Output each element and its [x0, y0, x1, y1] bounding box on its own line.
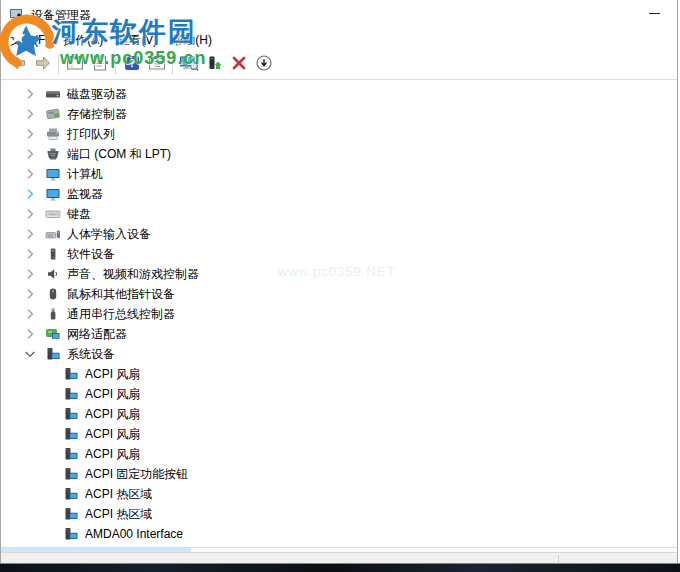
window-title: 设备管理器 [31, 7, 91, 24]
toolbar-separator [58, 55, 59, 75]
help-button[interactable]: ? [120, 53, 143, 77]
tree-item[interactable]: ACPI 风扇 [1, 384, 677, 404]
tree-item[interactable]: 计算机 [1, 164, 677, 184]
show-console-tree-button[interactable] [63, 53, 86, 77]
tree-item[interactable]: ACPI 热区域 [1, 484, 677, 504]
tree-item[interactable]: 人体学输入设备 [1, 224, 677, 244]
menu-item-file[interactable]: 文件(F) [3, 30, 56, 51]
chevron-icon[interactable] [23, 127, 37, 141]
tree-item-label: 计算机 [67, 166, 103, 183]
disk-icon [45, 86, 61, 102]
chevron-icon[interactable] [23, 327, 37, 341]
chevron-icon[interactable] [23, 307, 37, 321]
minimize-button[interactable] [632, 0, 677, 30]
system-icon [63, 366, 79, 382]
tree-item-label: 端口 (COM 和 LPT) [67, 146, 171, 163]
properties-icon [91, 54, 109, 76]
chevron-icon[interactable] [23, 107, 37, 121]
forward-button[interactable] [31, 53, 54, 77]
usb-icon [45, 306, 61, 322]
tree-item[interactable]: ACPI 风扇 [1, 424, 677, 444]
system-icon [63, 406, 79, 422]
system-icon [63, 466, 79, 482]
device-manager-app-icon [9, 7, 25, 23]
hid-icon [45, 226, 61, 242]
chevron-icon[interactable] [23, 267, 37, 281]
chevron-icon[interactable] [23, 287, 37, 301]
uninstall-icon [230, 54, 248, 76]
tree-item[interactable]: AMDA00 Interface [1, 524, 677, 544]
tree-item[interactable]: 磁盘驱动器 [1, 84, 677, 104]
network-icon [45, 326, 61, 342]
tree-item[interactable]: ACPI 风扇 [1, 444, 677, 464]
system-icon [63, 486, 79, 502]
tree-item-label: ACPI 风扇 [85, 406, 140, 423]
disable-device-icon [255, 54, 273, 76]
system-icon [63, 526, 79, 542]
menu-item-action[interactable]: 操作(A) [56, 30, 110, 51]
tree-item[interactable]: ACPI 热区域 [1, 504, 677, 524]
desktop-strip [0, 563, 680, 572]
tree-item-label: ACPI 热区域 [85, 506, 152, 523]
toolbar: ? [1, 50, 677, 80]
tree-item[interactable]: 鼠标和其他指针设备 [1, 284, 677, 304]
tree-item-label: 磁盘驱动器 [67, 86, 127, 103]
tree-item-label: 声音、视频和游戏控制器 [67, 266, 199, 283]
chevron-icon[interactable] [23, 167, 37, 181]
update-driver-button[interactable] [202, 53, 225, 77]
tree-item-label: ACPI 固定功能按钮 [85, 466, 188, 483]
back-arrow-icon [9, 54, 27, 76]
tree-item[interactable]: ACPI 风扇 [1, 404, 677, 424]
title-bar[interactable]: 设备管理器 [1, 0, 677, 30]
tree-item[interactable]: 软件设备 [1, 244, 677, 264]
mouse-icon [45, 286, 61, 302]
tree-item[interactable]: 监视器 [1, 184, 677, 204]
tree-panel-icon [148, 54, 166, 76]
tree-item-label: 存储控制器 [67, 106, 127, 123]
tree-item-label: 人体学输入设备 [67, 226, 151, 243]
scan-hardware-button[interactable] [177, 53, 200, 77]
chevron-icon[interactable] [23, 347, 37, 361]
uninstall-device-button[interactable] [227, 53, 250, 77]
monitor-icon [45, 186, 61, 202]
tree-item[interactable]: ACPI 风扇 [1, 364, 677, 384]
tree-item[interactable]: 系统设备 [1, 344, 677, 364]
tree-item[interactable]: 网络适配器 [1, 324, 677, 344]
back-button[interactable] [6, 53, 29, 77]
port-icon [45, 146, 61, 162]
properties-button[interactable] [88, 53, 111, 77]
item-list-button[interactable] [145, 53, 168, 77]
computer-icon [45, 166, 61, 182]
system-icon [63, 506, 79, 522]
tree-item[interactable]: ACPI 固定功能按钮 [1, 464, 677, 484]
tree-item-label: 软件设备 [67, 246, 115, 263]
minimize-icon [649, 13, 660, 14]
tree-item[interactable]: 键盘 [1, 204, 677, 224]
keyboard-icon [45, 206, 61, 222]
tree-item[interactable]: 打印队列 [1, 124, 677, 144]
tree-item[interactable]: 存储控制器 [1, 104, 677, 124]
menu-item-help[interactable]: 帮助(H) [164, 30, 219, 51]
tree-item[interactable]: 通用串行总线控制器 [1, 304, 677, 324]
screen: 设备管理器 文件(F)操作(A)查看(V)帮助(H) ? 磁盘驱动器 存储控制器… [0, 0, 680, 572]
tree-item-label: ACPI 风扇 [85, 366, 140, 383]
system-icon [63, 446, 79, 462]
tree-item-label: ACPI 风扇 [85, 426, 140, 443]
menu-item-view[interactable]: 查看(V) [110, 30, 164, 51]
forward-arrow-icon [34, 54, 52, 76]
chevron-icon[interactable] [23, 227, 37, 241]
disable-device-button[interactable] [252, 53, 275, 77]
chevron-icon[interactable] [23, 147, 37, 161]
tree-item[interactable]: 声音、视频和游戏控制器 [1, 264, 677, 284]
chevron-icon[interactable] [23, 207, 37, 221]
device-tree: 磁盘驱动器 存储控制器 打印队列 端口 (COM 和 LPT) 计算机 监视器 … [1, 80, 677, 548]
chevron-icon[interactable] [23, 187, 37, 201]
system-icon [63, 386, 79, 402]
scan-hardware-icon [179, 54, 199, 76]
svg-text:?: ? [128, 57, 135, 69]
software-device-icon [45, 246, 61, 262]
storage-icon [45, 106, 61, 122]
chevron-icon[interactable] [23, 87, 37, 101]
tree-item[interactable]: 端口 (COM 和 LPT) [1, 144, 677, 164]
chevron-icon[interactable] [23, 247, 37, 261]
